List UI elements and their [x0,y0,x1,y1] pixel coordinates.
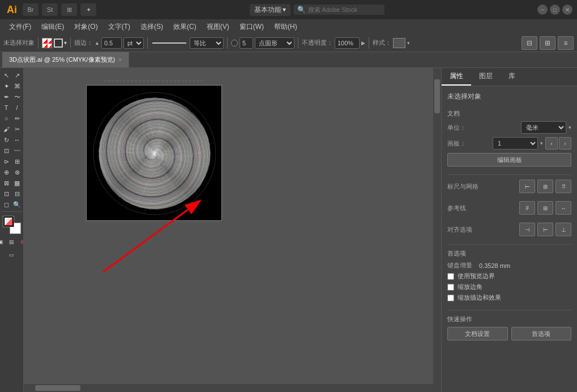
use-preview-bounds-checkbox[interactable] [447,273,454,280]
none-btn[interactable]: ⊘ [18,237,24,247]
vertical-scroll-thumb[interactable] [434,79,440,113]
menu-help[interactable]: 帮助(H) [270,21,302,33]
opacity-value[interactable] [335,37,360,49]
rotate-tool[interactable]: ↻ [1,135,11,145]
selection-tool[interactable]: ↖ [1,70,11,80]
tab-layers[interactable]: 图层 [471,68,501,86]
align-icon-1[interactable]: ⊣ [519,223,535,236]
paintbrush-tool[interactable]: 🖌 [1,124,11,134]
close-button[interactable]: ✕ [562,5,572,15]
align-icon-3[interactable]: ⊥ [555,223,571,236]
align-icon-2[interactable]: ⊢ [537,223,553,236]
fill-color-swatch[interactable] [3,216,14,227]
line-tool[interactable]: / [12,103,22,113]
lasso-tool[interactable]: ⌘ [12,81,22,91]
shape-select[interactable]: 点圆形 [255,37,294,49]
stroke-unit-select[interactable]: pt [123,37,144,49]
menu-view[interactable]: 视图(V) [202,21,234,33]
type-tool[interactable]: T [1,103,11,113]
grid-view-icon[interactable]: ⊞ [61,3,77,16]
stock-icon[interactable]: St [42,3,58,16]
workspace-selector[interactable]: 基本功能 ▾ [250,4,290,16]
shape-builder-tool[interactable]: ⊕ [1,167,11,177]
magic-icon[interactable]: ✦ [80,3,96,16]
free-transform-tool[interactable]: ⊞ [12,156,22,167]
vertical-scrollbar[interactable] [433,68,441,384]
menu-object[interactable]: 对象(O) [70,21,102,33]
artboard-select[interactable]: 1 [493,137,538,150]
search-input[interactable] [308,6,376,13]
unit-select[interactable]: 毫米 像素 厘米 [521,121,566,134]
zoom-tool[interactable]: 🔍 [12,199,22,210]
grid-icon-btn[interactable]: ⊞ [537,180,553,193]
align-left-icon[interactable]: ⊟ [522,36,537,50]
doc-settings-button[interactable]: 文档设置 [447,327,508,340]
artboard-prev[interactable]: ‹ [545,137,558,150]
ellipse-tool[interactable]: ○ [1,113,11,123]
ruler-icon-btn[interactable]: ⊢ [519,180,535,193]
scale-strokes-row: 缩放描边和效果 [447,293,571,302]
more-options-icon[interactable]: ≡ [558,36,574,50]
eraser-tool[interactable]: ◻ [1,199,11,210]
guide-icon-3[interactable]: ↔ [555,201,571,215]
bridge-icon[interactable]: Br [23,3,39,16]
artboard-next[interactable]: › [559,137,571,150]
preferences-button[interactable]: 首选项 [511,327,572,340]
scale-corners-checkbox[interactable] [447,284,454,291]
live-paint-tool[interactable]: ⊗ [12,167,22,177]
edit-artboard-button[interactable]: 编辑画板 [447,153,571,167]
tab-properties[interactable]: 属性 [442,68,471,86]
menu-text[interactable]: 文字(T) [104,21,135,33]
tab-close-button[interactable]: × [118,57,122,63]
gradient-btn[interactable]: ▤ [7,237,17,247]
solid-color-btn[interactable]: ▣ [0,237,6,247]
horizontal-scrollbar[interactable] [24,384,433,392]
artboard-tool[interactable]: ⊡ [1,189,11,199]
arrange-icon[interactable]: ⊞ [540,36,555,50]
grid-dots-btn[interactable]: ⠿ [555,180,571,193]
stroke-up-arrow[interactable]: ▲ [95,40,100,46]
pen-tool[interactable]: ✒ [1,92,11,102]
curvature-tool[interactable]: 〜 [12,92,22,102]
bar-chart-tool[interactable]: ▦ [12,178,22,188]
guide-icon-1[interactable]: # [519,201,535,215]
dropdown-arrow[interactable]: ▾ [64,40,67,46]
point-color[interactable] [231,40,238,46]
use-preview-bounds-label: 使用预览边界 [458,272,495,280]
tab-libraries[interactable]: 库 [501,68,523,86]
screen-mode-btn[interactable]: ▭ [2,250,22,260]
menu-effect[interactable]: 效果(C) [169,21,201,33]
minimize-button[interactable]: ─ [537,5,548,15]
maximize-button[interactable]: □ [550,5,560,15]
menu-window[interactable]: 窗口(W) [235,21,268,33]
quick-actions-section: 快速操作 文档设置 首选项 [447,315,571,340]
scissors-tool[interactable]: ✂ [12,124,22,134]
stroke-color-box[interactable] [54,39,63,48]
pencil-tool[interactable]: ✏ [12,113,22,123]
warp-tool[interactable]: 〰 [12,146,22,156]
magic-wand-tool[interactable]: ✦ [1,81,11,91]
style-preview[interactable] [393,38,405,48]
direct-selection-tool[interactable]: ↗ [12,70,22,80]
main-area: ↖ ↗ ✦ ⌘ ✒ 〜 T / ○ ✏ 🖌 ✂ ↻ ↔ ⊡ 〰 [0,68,577,392]
width-tool[interactable]: ⊳ [1,156,11,167]
menu-select[interactable]: 选择(S) [136,21,168,33]
guide-icon-2[interactable]: ⊞ [537,201,553,215]
style-arrow[interactable]: ▾ [407,40,410,46]
tabbar: 3D点状图.ai @ 25% (CMYK/像素预览) × [0,52,577,68]
opacity-arrow[interactable]: ▶ [361,40,365,46]
fill-color[interactable] [42,38,52,48]
scale-tool[interactable]: ⊡ [1,146,11,156]
file-tab[interactable]: 3D点状图.ai @ 25% (CMYK/像素预览) × [2,52,129,67]
scale-strokes-checkbox[interactable] [447,295,454,301]
stroke-value[interactable] [101,37,122,49]
menu-edit[interactable]: 编辑(E) [37,21,69,33]
stroke-style-select[interactable]: 等比 [190,37,224,49]
horizontal-scroll-thumb[interactable] [35,385,80,391]
menu-file[interactable]: 文件(F) [5,21,36,33]
reflect-tool[interactable]: ↔ [12,135,22,145]
canvas-area[interactable]: ○○○○○○○○○○○○○○○○○○○○○○○○○○ [24,68,441,392]
points-value[interactable] [240,37,253,49]
slice-tool[interactable]: ⊟ [12,189,22,199]
graph-tool[interactable]: ⊠ [1,178,11,188]
